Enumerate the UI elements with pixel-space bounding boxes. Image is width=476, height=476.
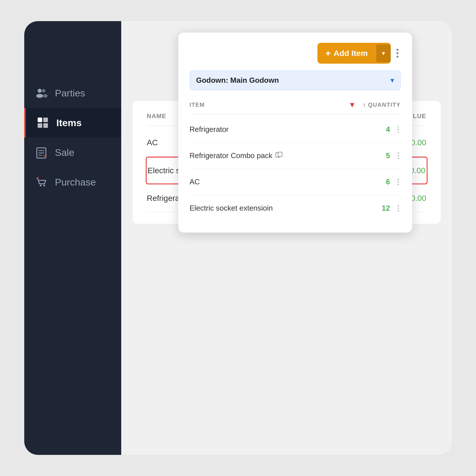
- add-item-button[interactable]: + Add Item ▾: [317, 43, 390, 64]
- svg-point-15: [40, 185, 42, 186]
- item-name: Electric socket extensioin: [190, 204, 379, 213]
- dot-icon: [398, 179, 399, 180]
- dot-icon: [398, 158, 399, 159]
- list-item: AC 6: [190, 169, 401, 195]
- row-more-button[interactable]: [396, 150, 401, 161]
- parties-icon: [35, 86, 48, 100]
- sidebar-item-parties-label: Parties: [55, 88, 85, 99]
- dot-icon: [396, 56, 398, 58]
- filter-icon[interactable]: ▼: [349, 100, 356, 109]
- chevron-down-icon: ▾: [382, 50, 385, 57]
- add-item-dropdown-button[interactable]: ▾: [376, 45, 391, 62]
- row-more-button[interactable]: [396, 124, 401, 135]
- card-top-bar: + Add Item ▾: [190, 43, 401, 64]
- sidebar-item-parties[interactable]: Parties: [24, 78, 121, 108]
- dot-icon: [398, 131, 399, 133]
- item-name: AC: [190, 178, 379, 186]
- dot-icon: [398, 129, 399, 130]
- svg-point-0: [38, 89, 42, 93]
- row-more-button[interactable]: [396, 203, 401, 214]
- svg-rect-6: [38, 123, 42, 128]
- add-item-label: Add Item: [334, 49, 368, 58]
- row-more-button[interactable]: [396, 176, 401, 187]
- col-header-quantity: ↑ QUANTITY: [363, 101, 401, 109]
- item-name: Refrigerator: [190, 125, 379, 134]
- floating-items-card: + Add Item ▾ Godown: Main Godown ▾: [178, 33, 412, 233]
- item-name: Refrigerator Combo pack: [190, 151, 379, 160]
- items-icon: [36, 116, 50, 130]
- list-item: Refrigerator Combo pack 5: [190, 143, 401, 169]
- sort-icon: ↑: [363, 101, 366, 109]
- item-quantity: 6: [379, 178, 390, 186]
- dot-icon: [398, 181, 399, 183]
- dot-icon: [398, 205, 399, 206]
- svg-point-1: [36, 94, 43, 98]
- godown-selector[interactable]: Godown: Main Godown ▾: [190, 70, 401, 90]
- sidebar-item-purchase[interactable]: ₹ Purchase: [24, 167, 121, 197]
- item-quantity: 12: [379, 204, 390, 213]
- godown-label: Godown: Main Godown: [196, 76, 279, 85]
- chevron-down-icon: ▾: [390, 76, 394, 85]
- dot-icon: [396, 49, 398, 51]
- dot-icon: [396, 52, 398, 54]
- dot-icon: [398, 155, 399, 156]
- svg-point-2: [42, 89, 45, 92]
- svg-point-3: [43, 94, 48, 98]
- sidebar-item-sale-label: Sale: [55, 147, 74, 158]
- add-item-main: + Add Item: [317, 43, 376, 64]
- main-content: NAME QUANTITY STOCK VALUE AC 6 ₹ 2,10,00…: [121, 21, 452, 455]
- list-item: Refrigerator 4: [190, 116, 401, 143]
- combo-icon: [275, 151, 283, 160]
- svg-rect-19: [278, 152, 282, 157]
- list-item: Electric socket extensioin 12: [190, 195, 401, 221]
- item-quantity: 4: [379, 125, 390, 134]
- col-header-item: ITEM: [190, 102, 349, 108]
- svg-rect-7: [43, 123, 48, 128]
- dot-icon: [398, 184, 399, 185]
- sidebar-item-purchase-label: Purchase: [55, 177, 96, 188]
- dot-icon: [398, 210, 399, 211]
- sidebar-item-sale[interactable]: Sale: [24, 138, 121, 167]
- item-quantity: 5: [379, 151, 390, 160]
- dot-icon: [398, 207, 399, 209]
- svg-rect-5: [43, 118, 48, 122]
- dot-icon: [398, 126, 399, 128]
- svg-point-16: [43, 185, 45, 186]
- sidebar-item-items[interactable]: Items: [24, 108, 121, 138]
- qty-col-label: QUANTITY: [368, 102, 400, 108]
- sidebar: Parties Items: [24, 21, 121, 455]
- svg-rect-4: [38, 118, 42, 122]
- sidebar-item-items-label: Items: [56, 117, 82, 128]
- purchase-icon: ₹: [35, 175, 48, 189]
- more-options-button[interactable]: [394, 46, 401, 60]
- plus-icon: +: [325, 48, 331, 59]
- dot-icon: [398, 152, 399, 154]
- item-col-label: ITEM: [190, 102, 205, 108]
- sale-icon: [35, 146, 48, 159]
- items-table-header: ITEM ▼ ↑ QUANTITY: [190, 97, 401, 114]
- svg-text:₹: ₹: [37, 177, 39, 181]
